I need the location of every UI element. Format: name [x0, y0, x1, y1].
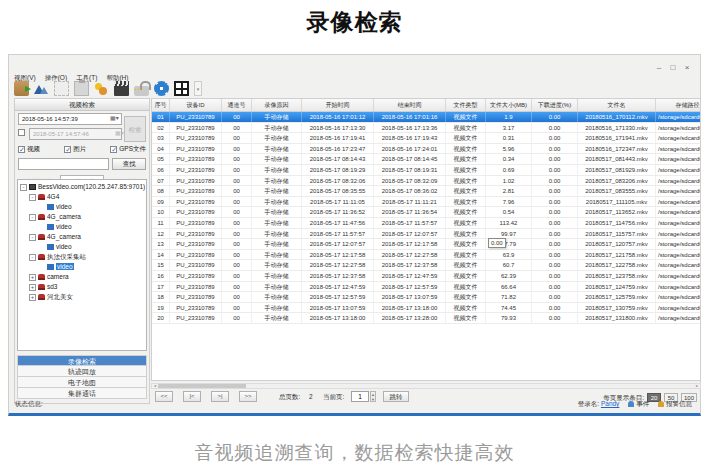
table-row[interactable]: 13PU_2331078900手动存储2018-05-17 12:07:5720… — [152, 239, 700, 250]
table-row[interactable]: 07PU_2331078900手动存储2018-05-17 08:32:0620… — [152, 176, 700, 187]
filter-checkbox[interactable]: ✓视频 — [18, 145, 40, 154]
table-row[interactable]: 19PU_2331078900手动存储2018-05-17 13:07:5920… — [152, 303, 700, 314]
table-cell: 2018-05-16 17:01:16 — [374, 112, 446, 122]
scrollbar-thumb[interactable] — [158, 384, 246, 388]
login-name-link[interactable]: Pandy — [601, 400, 619, 407]
film-icon[interactable] — [114, 81, 129, 96]
nav-item[interactable]: 集群通话 — [17, 388, 147, 399]
tree-item[interactable]: -4G_camera — [18, 232, 146, 242]
minimize-button[interactable]: – — [652, 63, 666, 72]
table-row[interactable]: 02PU_2331078900手动存储2018-05-16 17:13:3020… — [152, 123, 700, 134]
tree-item[interactable]: +video — [18, 262, 146, 272]
column-header[interactable]: 文件大小(MB) — [486, 99, 532, 111]
column-header[interactable]: 文件名 — [578, 99, 656, 111]
settings-icon[interactable] — [154, 81, 169, 96]
close-button[interactable]: × — [680, 63, 694, 72]
table-cell: 手动存储 — [252, 176, 302, 186]
table-row[interactable]: 17PU_2331078900手动存储2018-05-17 12:47:5920… — [152, 282, 700, 293]
unlock-icon[interactable] — [134, 86, 149, 96]
tree-toggle-icon[interactable]: + — [29, 294, 36, 301]
nav-item[interactable]: 录像检索 — [17, 355, 147, 366]
filter-checkbox[interactable]: ✓图片 — [64, 145, 86, 154]
exit-icon[interactable] — [14, 81, 29, 96]
tree-item[interactable]: +camera — [18, 272, 146, 282]
column-header[interactable]: 文件类型 — [446, 99, 486, 111]
alarm-link[interactable]: 报警信息 — [666, 400, 692, 407]
tree-toggle-icon: + — [38, 264, 45, 271]
column-header[interactable]: 下载进度(%) — [532, 99, 578, 111]
tree-toggle-icon[interactable]: - — [29, 234, 36, 241]
tree-item[interactable]: +sd3 — [18, 282, 146, 292]
table-row[interactable]: 06PU_2331078900手动存储2018-05-17 08:19:2920… — [152, 165, 700, 176]
tree-toggle-icon[interactable]: - — [29, 254, 36, 261]
table-cell: 视频文件 — [446, 133, 486, 143]
table-cell: 06 — [152, 165, 170, 175]
tree-item[interactable]: +河北美女 — [18, 292, 146, 302]
maximize-button[interactable]: □ — [666, 63, 680, 72]
table-cell: 2018-05-16 17:01:12 — [302, 112, 374, 122]
tree-item[interactable]: +video — [18, 242, 146, 252]
tree-item-label: video — [56, 243, 72, 250]
column-header[interactable]: 结束时间 — [374, 99, 446, 111]
table-row[interactable]: 10PU_2331078900手动存储2018-05-17 11:36:5220… — [152, 207, 700, 218]
toolbar-dropdown-icon[interactable]: ▾ — [194, 81, 202, 96]
event-link[interactable]: 事件 — [636, 400, 649, 407]
table-cell: 0.00 — [532, 133, 578, 143]
table-cell: 2018-05-17 08:19:31 — [374, 165, 446, 175]
fullscreen-icon[interactable] — [54, 81, 69, 96]
table-cell: 0.69 — [486, 165, 532, 175]
table-row[interactable]: 18PU_2331078900手动存储2018-05-17 12:57:5920… — [152, 292, 700, 303]
table-row[interactable]: 15PU_2331078900手动存储2018-05-17 12:27:5820… — [152, 260, 700, 271]
table-cell: 04 — [152, 144, 170, 154]
table-cell: 2018-05-17 08:32:06 — [302, 176, 374, 186]
tree-toggle-icon[interactable]: - — [29, 214, 36, 221]
tree-item[interactable]: +video — [18, 202, 146, 212]
table-cell: PU_23310789 — [170, 218, 222, 228]
nav-item[interactable]: 电子地图 — [17, 377, 147, 388]
table-row[interactable]: 09PU_2331078900手动存储2018-05-17 11:11:0520… — [152, 197, 700, 208]
map-icon[interactable] — [34, 81, 49, 96]
column-header[interactable]: 存储路径 — [656, 99, 701, 111]
end-time-checkbox[interactable]: ✓ — [18, 129, 25, 136]
tree-item[interactable]: -4G_camera — [18, 212, 146, 222]
login-label: 登录名: — [578, 400, 599, 407]
table-row[interactable]: 03PU_2331078900手动存储2018-05-16 17:19:4120… — [152, 133, 700, 144]
scroll-right-icon[interactable]: ▸ — [694, 384, 700, 388]
column-header[interactable]: 开始时间 — [302, 99, 374, 111]
end-time-input[interactable]: 2018-05-17 14:57:46 — [29, 128, 122, 140]
filter-checkbox[interactable]: ✓GPS文件 — [110, 145, 146, 154]
column-header[interactable]: 录像原因 — [252, 99, 302, 111]
tree-item[interactable]: -4G4 — [18, 192, 146, 202]
table-row[interactable]: 08PU_2331078900手动存储2018-05-17 08:35:5520… — [152, 186, 700, 197]
table-row[interactable]: 20PU_2331078900手动存储2018-05-17 13:18:0020… — [152, 313, 700, 324]
tree-item[interactable]: +video — [18, 222, 146, 232]
tree-toggle-icon[interactable]: - — [29, 194, 36, 201]
table-cell: 62.39 — [486, 271, 532, 281]
users-icon[interactable] — [94, 81, 109, 96]
tree-toggle-icon[interactable]: + — [29, 284, 36, 291]
tree-item[interactable]: -BessVideo.com(120.25.247.85:9701) — [18, 182, 146, 192]
column-header[interactable]: 通道号 — [222, 99, 252, 111]
column-header[interactable]: 设备ID — [170, 99, 222, 111]
tree-item-label: 4G_camera — [47, 233, 81, 240]
grid-icon[interactable] — [174, 81, 189, 96]
find-button[interactable]: 查找 — [112, 158, 146, 170]
column-header[interactable]: 序号 — [152, 99, 170, 111]
tree-toggle-icon[interactable]: - — [20, 184, 27, 191]
start-time-input[interactable]: 2018-05-16 14:57:39 — [18, 113, 122, 125]
table-row[interactable]: 16PU_2331078900手动存储2018-05-17 12:37:5820… — [152, 271, 700, 282]
table-row[interactable]: 04PU_2331078900手动存储2018-05-16 17:23:4720… — [152, 144, 700, 155]
table-cell: 20180517_125759.mkv — [578, 292, 656, 302]
table-cell: 手动存储 — [252, 292, 302, 302]
tree-item[interactable]: -执法仪采集站 — [18, 252, 146, 262]
tree-toggle-icon[interactable]: + — [29, 274, 36, 281]
nav-item[interactable]: 轨迹回放 — [17, 366, 147, 377]
table-row[interactable]: 12PU_2331078900手动存储2018-05-17 11:57:5720… — [152, 229, 700, 240]
table-row[interactable]: 11PU_2331078900手动存储2018-05-17 11:47:5620… — [152, 218, 700, 229]
table-row[interactable]: 14PU_2331078900手动存储2018-05-17 12:17:5820… — [152, 250, 700, 261]
table-row[interactable]: 05PU_2331078900手动存储2018-05-17 08:14:4320… — [152, 154, 700, 165]
table-row[interactable]: 01PU_2331078900手动存储2018-05-16 17:01:1220… — [152, 112, 700, 123]
clipboard-icon[interactable] — [74, 81, 89, 96]
keyword-input[interactable] — [18, 158, 109, 170]
query-button[interactable]: 检索 — [124, 116, 146, 142]
